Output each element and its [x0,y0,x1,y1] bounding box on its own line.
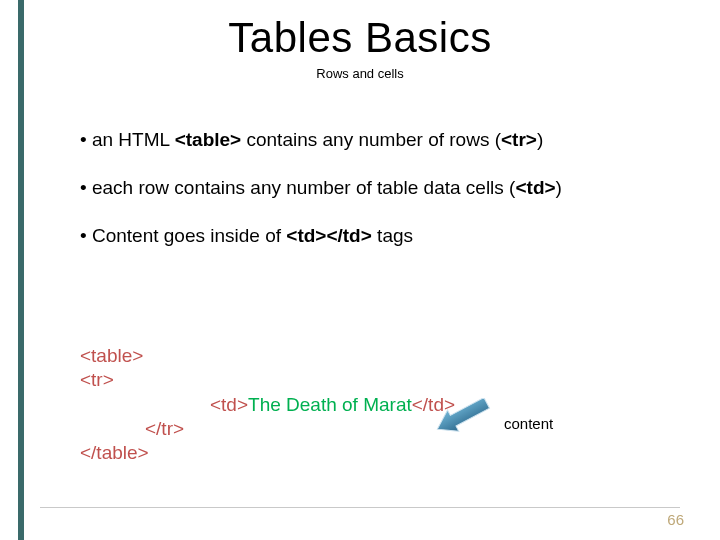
code-line-2: <tr> [80,368,455,392]
svg-marker-0 [432,398,492,434]
bullet-dot: • [80,176,87,200]
arrow-icon [432,398,492,434]
page-number: 66 [667,511,684,528]
bullet-1-bold-a: <table> [175,129,242,150]
bullet-3-text-b: tags [372,225,413,246]
bullet-1-text-a: an HTML [92,129,175,150]
code-line-3: <td>The Death of Marat</td> [80,393,455,417]
code-line-5: </table> [80,441,455,465]
bullet-1-text-b: contains any number of rows ( [241,129,501,150]
slide-subtitle: Rows and cells [0,66,720,81]
bullet-2-bold: <td> [515,177,555,198]
side-accent-bar [18,0,24,540]
bullet-3-text-a: Content goes inside of [92,225,286,246]
bullet-2-text-a: each row contains any number of table da… [92,177,516,198]
bullet-1-bold-b: <tr> [501,129,537,150]
slide: Tables Basics Rows and cells • an HTML <… [0,0,720,540]
bullet-1: • an HTML <table> contains any number of… [80,128,660,152]
content-annotation: content [504,415,553,432]
bullet-2: • each row contains any number of table … [80,176,660,200]
slide-body: • an HTML <table> contains any number of… [80,128,660,271]
bullet-1-text-c: ) [537,129,543,150]
code-td-open: <td> [210,394,248,415]
bullet-3-bold: <td></td> [286,225,372,246]
code-line-1: <table> [80,344,455,368]
bullet-dot: • [80,224,87,248]
code-line-4: </tr> [80,417,455,441]
slide-title: Tables Basics [0,14,720,62]
bullet-2-text-b: ) [556,177,562,198]
footer-rule [40,507,680,508]
bullet-3: • Content goes inside of <td></td> tags [80,224,660,248]
code-td-content: The Death of Marat [248,394,412,415]
code-example: <table> <tr> <td>The Death of Marat</td>… [80,344,455,466]
bullet-dot: • [80,128,87,152]
